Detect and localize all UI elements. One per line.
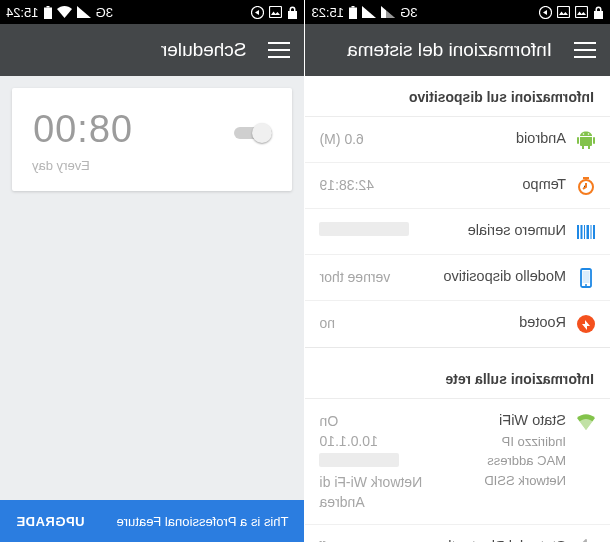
battery-icon — [44, 6, 52, 19]
svg-rect-20 — [44, 7, 52, 19]
svg-rect-1 — [558, 7, 570, 18]
network-label: 3G — [400, 5, 417, 20]
app-title: Scheduler — [161, 39, 247, 61]
row-value: vernee thor — [320, 267, 391, 287]
section-heading: Informazioni sulla rete — [306, 358, 611, 399]
upgrade-button[interactable]: UPGRADE — [16, 514, 85, 529]
row-serial[interactable]: Numero seriale — [306, 209, 611, 255]
app-bar: Scheduler — [0, 24, 305, 76]
row-label: Modello dispositivo — [390, 267, 566, 287]
row-value — [320, 221, 410, 241]
menu-icon[interactable] — [574, 42, 596, 58]
wifi-icon — [566, 411, 596, 431]
rooted-icon — [566, 313, 596, 334]
lock-icon — [593, 6, 604, 19]
svg-rect-15 — [583, 271, 590, 283]
schedule-card[interactable]: 08:00 Every day — [12, 88, 293, 191]
banner-text: This is a Professional Feature — [117, 514, 289, 529]
phone-icon — [566, 267, 596, 288]
status-bar: 3G 15:24 — [0, 0, 305, 24]
signal-icon — [362, 6, 376, 18]
play-icon — [252, 6, 265, 19]
upgrade-banner: This is a Professional Feature UPGRADE — [0, 500, 305, 542]
row-model[interactable]: Modello dispositivo vernee thor — [306, 255, 611, 301]
wifi-icon — [57, 6, 72, 18]
barcode-icon — [566, 221, 596, 242]
svg-rect-4 — [352, 6, 355, 8]
row-android[interactable]: Android 6.0 (M) — [306, 117, 611, 163]
row-rooted[interactable]: Rooted no — [306, 301, 611, 347]
section-heading: Informazioni sul dispositivo — [306, 76, 611, 117]
svg-rect-21 — [46, 6, 49, 8]
svg-rect-8 — [593, 225, 595, 239]
svg-rect-3 — [349, 7, 357, 19]
android-icon — [566, 129, 596, 150]
lock-icon — [288, 6, 299, 19]
row-bluetooth[interactable]: Stato del Bluetooth Off — [306, 525, 611, 542]
status-time: 15:23 — [312, 5, 345, 20]
row-label: Rooted — [335, 313, 566, 333]
play-icon — [539, 6, 552, 19]
svg-rect-11 — [584, 225, 585, 239]
network-info-section: Informazioni sulla rete Stato WiFi Indir… — [306, 358, 611, 542]
svg-rect-13 — [577, 225, 579, 239]
signal-icon — [381, 6, 395, 18]
row-label: Android — [364, 129, 566, 149]
status-time: 15:24 — [6, 5, 39, 20]
bluetooth-icon — [566, 537, 596, 542]
device-info-section: Informazioni sul dispositivo Android 6.0… — [306, 76, 611, 348]
timer-icon — [566, 175, 596, 196]
svg-rect-10 — [587, 225, 590, 239]
image-icon — [575, 6, 588, 18]
row-label: Tempo — [374, 175, 566, 195]
row-value: no — [320, 313, 336, 333]
svg-rect-18 — [270, 7, 282, 18]
row-label: Numero seriale — [410, 221, 567, 241]
row-wifi[interactable]: Stato WiFi Indirizzo IP MAC address Netw… — [306, 399, 611, 525]
schedule-repeat: Every day — [32, 158, 132, 173]
row-value: Off — [320, 537, 338, 542]
menu-icon[interactable] — [269, 42, 291, 58]
app-bar: Informazioni del sistema — [306, 24, 611, 76]
svg-rect-0 — [576, 7, 588, 18]
status-bar: 3G 15:23 — [306, 0, 611, 24]
schedule-time: 08:00 — [32, 110, 132, 148]
svg-rect-12 — [581, 225, 583, 239]
battery-icon — [349, 6, 357, 19]
row-tempo[interactable]: Tempo 42:38:19 — [306, 163, 611, 209]
svg-rect-9 — [591, 225, 592, 239]
svg-point-6 — [583, 133, 585, 135]
schedule-toggle[interactable] — [235, 122, 273, 144]
svg-point-5 — [588, 133, 590, 135]
image-icon — [270, 6, 283, 18]
image-icon — [557, 6, 570, 18]
svg-point-16 — [585, 284, 587, 286]
row-value: 6.0 (M) — [320, 129, 364, 149]
row-value: On 10.0.1.10 Network Wi-Fi di Andrea — [320, 411, 450, 512]
network-label: 3G — [96, 5, 113, 20]
row-value: 42:38:19 — [320, 175, 375, 195]
row-label: Stato WiFi Indirizzo IP MAC address Netw… — [450, 411, 567, 489]
row-label: Stato del Bluetooth — [338, 537, 566, 542]
app-title: Informazioni del sistema — [347, 39, 552, 61]
signal-icon — [77, 6, 91, 18]
